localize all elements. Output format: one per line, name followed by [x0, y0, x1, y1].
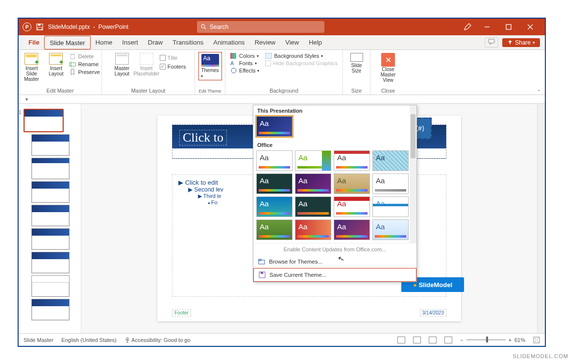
- zoom-slider[interactable]: [466, 339, 506, 340]
- layout-thumbnail[interactable]: [31, 134, 70, 156]
- svg-point-24: [126, 338, 128, 340]
- theme-swatch[interactable]: Aa: [372, 219, 409, 240]
- effects-button[interactable]: Effects ▾: [230, 68, 259, 73]
- zoom-out-button[interactable]: −: [460, 337, 463, 343]
- theme-swatch[interactable]: Aa: [256, 173, 293, 194]
- vertical-scrollbar[interactable]: [537, 104, 545, 333]
- preserve-button[interactable]: Preserve: [69, 69, 99, 75]
- ribbon-collapse-button[interactable]: ⌄: [537, 86, 541, 93]
- background-styles-button[interactable]: Background Styles ▾: [265, 53, 337, 59]
- tab-help[interactable]: Help: [304, 36, 327, 49]
- layout-thumbnail[interactable]: [31, 158, 70, 179]
- close-master-view-button[interactable]: ✕ Close Master View: [377, 52, 399, 84]
- theme-swatch[interactable]: Aa: [295, 173, 331, 194]
- zoom-in-button[interactable]: +: [509, 337, 512, 343]
- svg-rect-12: [70, 63, 75, 66]
- comment-icon: [488, 39, 495, 45]
- zoom-control[interactable]: − + 61%: [460, 337, 525, 343]
- tab-view[interactable]: View: [280, 36, 304, 49]
- svg-rect-6: [506, 24, 511, 29]
- comments-button[interactable]: [485, 37, 498, 48]
- group-edit-theme: Aa Themes▾ Edit Theme: [195, 50, 225, 95]
- slide-size-button[interactable]: Slide Size: [345, 52, 368, 74]
- close-icon: ✕: [381, 53, 395, 67]
- theme-swatch[interactable]: Aa: [256, 116, 293, 137]
- theme-swatch[interactable]: Aa: [334, 219, 370, 240]
- tab-file[interactable]: File: [24, 36, 44, 49]
- layout-thumbnail[interactable]: [31, 252, 70, 273]
- layout-thumbnail[interactable]: [31, 205, 70, 226]
- hide-bg-checkbox[interactable]: Hide Background Graphics: [265, 60, 337, 66]
- tab-home[interactable]: Home: [91, 36, 118, 49]
- theme-swatch[interactable]: Aa: [372, 173, 409, 194]
- layout-thumbnail[interactable]: [31, 181, 70, 203]
- save-icon[interactable]: [36, 24, 43, 30]
- title-checkbox[interactable]: Title: [160, 55, 186, 61]
- browse-themes-item[interactable]: Browse for Themes...: [253, 255, 416, 268]
- date-placeholder[interactable]: 3/14/2023: [420, 309, 447, 316]
- rename-button[interactable]: Rename: [69, 61, 99, 68]
- insert-placeholder-button[interactable]: Insert Placeholder: [135, 52, 158, 77]
- svg-point-18: [231, 68, 236, 73]
- tab-draw[interactable]: Draw: [143, 36, 168, 49]
- theme-swatch[interactable]: Aa: [372, 196, 409, 217]
- status-language[interactable]: English (United States): [61, 337, 117, 343]
- normal-view-button[interactable]: [397, 337, 405, 343]
- layout-thumbnail[interactable]: [31, 299, 70, 320]
- enable-updates-link[interactable]: Enable Content Updates from Office.com..…: [253, 243, 416, 255]
- tab-transitions[interactable]: Transitions: [168, 36, 208, 49]
- footer-placeholder[interactable]: Footer: [172, 309, 191, 316]
- fit-to-window-button[interactable]: [533, 337, 540, 343]
- theme-swatch[interactable]: Aa: [334, 196, 370, 217]
- status-bar: Slide Master English (United States) Acc…: [19, 333, 545, 346]
- master-layout-button[interactable]: Master Layout: [111, 52, 133, 77]
- save-icon: [259, 271, 266, 278]
- master-thumbnail[interactable]: 1: [24, 109, 64, 132]
- zoom-level[interactable]: 61%: [514, 337, 525, 343]
- dropdown-scrollbar[interactable]: [410, 105, 416, 243]
- collapse-bar[interactable]: ▾: [19, 95, 545, 104]
- app-window: P SlideModel.pptx - PowerPoint Search Fi…: [18, 18, 546, 347]
- tab-insert[interactable]: Insert: [117, 36, 143, 49]
- theme-swatch[interactable]: Aa: [334, 150, 370, 171]
- save-current-theme-item[interactable]: Save Current Theme...: [253, 268, 416, 282]
- ribbon-tabs: File Slide Master Home Insert Draw Trans…: [19, 35, 545, 50]
- bg-styles-icon: [265, 53, 272, 59]
- insert-layout-button[interactable]: ✦ Insert Layout: [45, 52, 67, 77]
- maximize-button[interactable]: [498, 20, 519, 34]
- status-accessibility[interactable]: Accessibility: Good to go: [124, 337, 191, 343]
- share-icon: [507, 40, 513, 46]
- reading-view-button[interactable]: [429, 337, 437, 343]
- dd-section-office: Office: [253, 140, 416, 149]
- theme-swatch[interactable]: Aa: [295, 150, 331, 171]
- tab-animations[interactable]: Animations: [208, 36, 249, 49]
- fonts-button[interactable]: AFonts ▾: [230, 60, 259, 66]
- themes-button[interactable]: Aa Themes▾: [198, 52, 222, 80]
- minimize-button[interactable]: [476, 20, 498, 34]
- theme-swatch[interactable]: Aa: [295, 196, 331, 217]
- theme-swatch[interactable]: Aa: [256, 150, 293, 171]
- pen-icon[interactable]: [464, 23, 471, 31]
- theme-swatch[interactable]: Aa: [295, 219, 331, 240]
- layout-thumbnail[interactable]: [31, 275, 70, 297]
- effects-icon: [230, 68, 237, 73]
- delete-button[interactable]: Delete: [69, 53, 99, 60]
- search-input[interactable]: Search: [197, 21, 324, 33]
- theme-swatch[interactable]: Aa: [256, 219, 293, 240]
- tab-review[interactable]: Review: [250, 36, 281, 49]
- insert-slide-master-button[interactable]: ✦ Insert Slide Master: [20, 52, 43, 83]
- sorter-view-button[interactable]: [413, 337, 421, 343]
- share-button[interactable]: Share▾: [502, 38, 540, 47]
- layout-thumbnail[interactable]: [31, 228, 70, 250]
- colors-button[interactable]: Colors ▾: [230, 53, 259, 59]
- footers-checkbox[interactable]: ✓Footers: [160, 64, 186, 70]
- colors-icon: [230, 53, 237, 59]
- tab-slide-master[interactable]: Slide Master: [44, 36, 90, 49]
- theme-swatch[interactable]: Aa: [256, 196, 293, 217]
- dd-section-this-presentation: This Presentation: [253, 105, 416, 115]
- theme-swatch[interactable]: Aa: [334, 173, 370, 194]
- svg-rect-9: [489, 39, 494, 43]
- slideshow-view-button[interactable]: [444, 337, 452, 343]
- theme-swatch[interactable]: Aa: [372, 150, 409, 171]
- close-button[interactable]: [519, 20, 541, 34]
